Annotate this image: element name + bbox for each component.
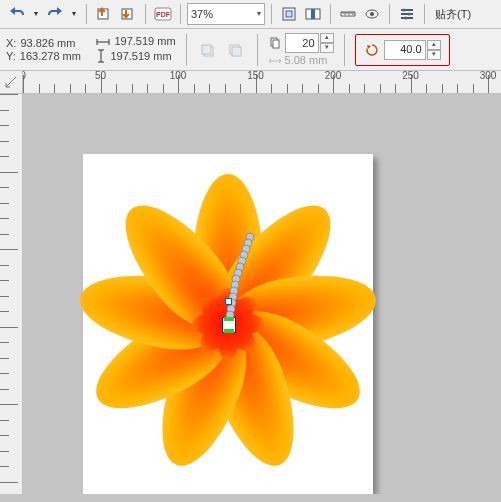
svg-rect-16	[232, 47, 241, 56]
y-value: 163.278 mm	[20, 51, 90, 62]
page[interactable]	[83, 154, 373, 494]
x-value: 93.826 mm	[20, 38, 90, 49]
toggle-visibility-button[interactable]	[361, 3, 383, 25]
selection-handle[interactable]	[225, 298, 232, 305]
workspace	[0, 94, 501, 494]
undo-button[interactable]	[6, 3, 28, 25]
rotation-angle-group: 40.0 ▴▾	[355, 34, 450, 66]
ruler-origin[interactable]	[0, 71, 23, 94]
layer-down-button[interactable]	[225, 39, 247, 61]
svg-text:PDF: PDF	[156, 11, 171, 18]
width-icon	[96, 37, 110, 47]
copies-icon	[268, 37, 282, 49]
rotation-angle-input[interactable]: 40.0 ▴▾	[384, 40, 441, 60]
export-pdf-button[interactable]: PDF	[152, 3, 174, 25]
zoom-value: 37%	[191, 9, 213, 20]
chevron-down-icon: ▾	[257, 10, 261, 18]
redo-dropdown[interactable]: ▾	[68, 3, 80, 25]
object-height-value: 197.519 mm	[110, 51, 171, 62]
svg-rect-18	[273, 40, 279, 48]
spacing-icon	[268, 56, 282, 66]
preview-button[interactable]	[302, 3, 324, 25]
object-width-value: 197.519 mm	[114, 36, 175, 47]
svg-point-12	[405, 17, 408, 20]
canvas[interactable]	[23, 94, 501, 494]
export-button[interactable]	[117, 3, 139, 25]
svg-rect-14	[202, 45, 211, 54]
full-screen-button[interactable]	[278, 3, 300, 25]
svg-rect-7	[311, 9, 315, 19]
horizontal-ruler[interactable]: 050100150200250300	[23, 71, 501, 94]
layer-up-button[interactable]	[197, 39, 219, 61]
options-button[interactable]	[396, 3, 418, 25]
svg-point-10	[403, 9, 406, 12]
import-button[interactable]	[93, 3, 115, 25]
spacing-value: 5.08 mm	[285, 55, 328, 66]
rotation-icon	[364, 42, 380, 58]
ruler-row: 050100150200250300	[0, 71, 501, 94]
property-bar: X: 93.826 mm Y: 163.278 mm 197.519 mm 19…	[0, 29, 501, 71]
height-icon	[96, 49, 106, 63]
x-label: X:	[6, 38, 16, 49]
y-label: Y:	[6, 51, 16, 62]
tool-cursor	[222, 317, 236, 333]
undo-dropdown[interactable]: ▾	[30, 3, 42, 25]
snap-menu[interactable]: 贴齐(T)	[431, 9, 475, 20]
copies-input[interactable]: 20 ▴▾	[285, 33, 334, 53]
redo-button[interactable]	[44, 3, 66, 25]
show-rulers-button[interactable]	[337, 3, 359, 25]
svg-point-9	[370, 12, 374, 16]
svg-point-11	[408, 13, 411, 16]
main-toolbar: ▾ ▾ PDF 37% ▾ 贴齐(T)	[0, 0, 501, 29]
zoom-dropdown[interactable]: 37% ▾	[187, 3, 265, 25]
svg-rect-5	[286, 11, 292, 17]
vertical-ruler[interactable]	[0, 94, 23, 494]
